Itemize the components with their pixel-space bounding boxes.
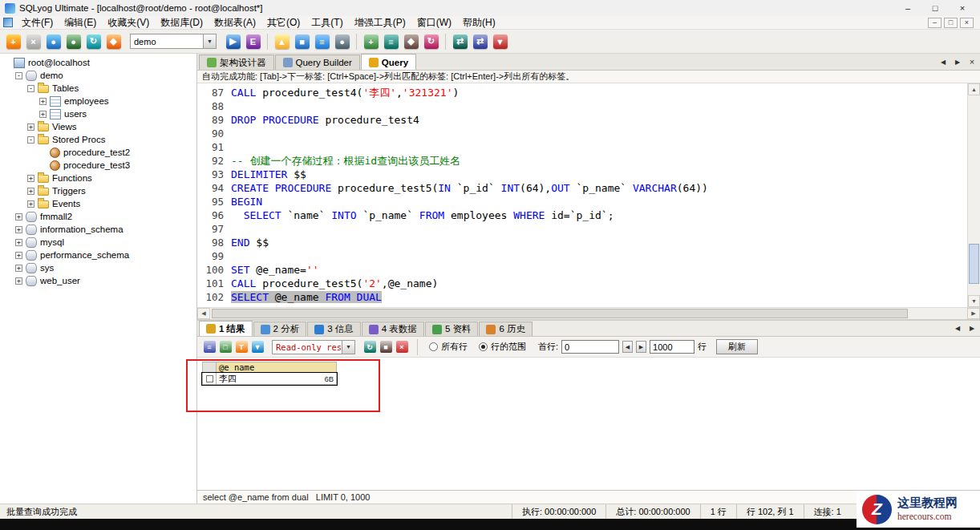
cell-value[interactable]: 李四6B — [217, 373, 337, 385]
form-view-icon[interactable]: □ — [217, 339, 233, 355]
horizontal-scroll-thumb[interactable] — [212, 309, 908, 318]
expand-icon[interactable]: + — [27, 175, 34, 182]
expand-icon[interactable]: + — [15, 213, 22, 220]
tab-query-builder[interactable]: Query Builder — [275, 55, 360, 70]
tree-node-tables[interactable]: -Tables — [0, 82, 196, 95]
tab-result[interactable]: 1 结果 — [199, 321, 253, 336]
chevron-down-icon[interactable]: ▼ — [203, 34, 216, 48]
tab-info[interactable]: 3 信息 — [307, 322, 361, 336]
refresh-result-icon[interactable]: ↻ — [362, 339, 378, 355]
table-row-0[interactable]: 李四6B — [202, 373, 337, 385]
web-home-icon[interactable]: ● — [43, 31, 63, 51]
tree-node-stored-procs[interactable]: -Stored Procs — [0, 133, 196, 146]
delete-row-icon[interactable]: × — [394, 339, 410, 355]
child-minimize-button[interactable]: – — [928, 18, 942, 28]
horizontal-scroll-track[interactable] — [210, 308, 967, 319]
scroll-left-icon[interactable]: ◀ — [197, 308, 210, 319]
row-count-input[interactable] — [650, 340, 695, 354]
expand-icon[interactable]: + — [15, 226, 22, 233]
tab-history[interactable]: 6 历史 — [479, 322, 533, 336]
row-checkbox[interactable] — [206, 375, 213, 382]
tab-query[interactable]: Query — [361, 54, 416, 70]
editor-horizontal-scrollbar[interactable]: ◀ ▶ — [197, 307, 980, 319]
connect-icon[interactable]: + — [3, 31, 23, 51]
expand-icon[interactable]: + — [15, 265, 22, 272]
expand-icon[interactable]: + — [39, 98, 47, 105]
expand-icon[interactable]: + — [27, 123, 34, 131]
select-all-header-cell[interactable] — [202, 362, 217, 373]
close-tab-icon[interactable]: × — [966, 56, 978, 67]
save-all-icon[interactable]: ≡ — [312, 31, 332, 51]
open-file-icon[interactable]: ▲ — [272, 31, 292, 51]
collapse-icon[interactable]: - — [15, 72, 22, 79]
tree-node-web-user[interactable]: +web_user — [0, 274, 196, 287]
tab-objects[interactable]: 5 资料 — [425, 322, 479, 336]
tree-node-users[interactable]: +users — [0, 107, 196, 120]
child-restore-button[interactable]: □ — [944, 18, 958, 28]
sql-editor[interactable]: 87CALL procedure_test4('李四','321321')888… — [197, 83, 980, 319]
chevron-down-icon[interactable]: ▼ — [342, 341, 354, 354]
find-icon[interactable]: ● — [332, 31, 352, 51]
explain-query-icon[interactable]: E — [243, 31, 263, 51]
menu-item-7[interactable]: 增强工具(P) — [349, 15, 411, 30]
tree-node-root-localhost[interactable]: root@localhost — [0, 56, 196, 69]
expand-icon[interactable]: + — [27, 200, 34, 208]
tree-node-functions[interactable]: +Functions — [0, 172, 196, 184]
menu-item-1[interactable]: 编辑(E) — [59, 15, 102, 30]
scroll-down-icon[interactable]: ▼ — [968, 295, 980, 307]
result-tab-scroll-right-icon[interactable]: ▶ — [966, 322, 978, 334]
menu-item-6[interactable]: 工具(T) — [306, 15, 348, 30]
menu-item-5[interactable]: 其它(O) — [261, 15, 306, 30]
close-button[interactable]: × — [953, 2, 972, 14]
menu-item-8[interactable]: 窗口(W) — [411, 15, 457, 30]
maximize-button[interactable]: □ — [925, 2, 945, 14]
editor-vertical-scrollbar[interactable]: ▲ ▼ — [967, 83, 980, 307]
tree-node-fmmall2[interactable]: +fmmall2 — [0, 210, 196, 223]
tree-node-views[interactable]: +Views — [0, 120, 196, 133]
minimize-button[interactable]: – — [898, 2, 917, 14]
execute-query-icon[interactable]: ▶ — [223, 31, 243, 51]
scroll-right-icon[interactable]: ▶ — [967, 308, 980, 319]
save-file-icon[interactable]: ■ — [292, 31, 312, 51]
expand-icon[interactable]: + — [15, 277, 22, 285]
menu-item-3[interactable]: 数据库(D) — [155, 15, 209, 30]
schema-sync-icon[interactable]: ⇄ — [450, 31, 470, 51]
tree-node-demo[interactable]: -demo — [0, 69, 196, 82]
tree-node-events[interactable]: +Events — [0, 197, 196, 210]
tab-analyze[interactable]: 2 分析 — [253, 322, 307, 336]
menu-item-9[interactable]: 帮助(H) — [457, 15, 501, 30]
collapse-icon[interactable]: - — [27, 85, 34, 92]
tab-table-data[interactable]: 4 表数据 — [362, 322, 424, 336]
expand-icon[interactable]: + — [15, 239, 22, 246]
menu-item-0[interactable]: 文件(F) — [16, 15, 59, 30]
tree-node-mysql[interactable]: +mysql — [0, 236, 196, 249]
notifications-icon[interactable]: ▼ — [490, 31, 510, 51]
tree-node-triggers[interactable]: +Triggers — [0, 184, 196, 197]
tab-scroll-left-icon[interactable]: ◀ — [937, 56, 949, 67]
export-result-icon[interactable]: ▼ — [249, 339, 265, 355]
collapse-icon[interactable]: - — [27, 136, 34, 144]
new-query-tab-icon[interactable]: + — [361, 31, 381, 51]
menu-item-4[interactable]: 数据表(A) — [209, 15, 261, 30]
user-manager-icon[interactable]: ◆ — [103, 31, 124, 51]
web-faq-icon[interactable]: ● — [63, 31, 83, 51]
next-page-button[interactable]: ▶ — [636, 341, 646, 353]
grid-view-icon[interactable]: ≡ — [201, 339, 217, 355]
data-sync-icon[interactable]: ⇄ — [470, 31, 490, 51]
tree-node-procedure-test3[interactable]: procedure_test3 — [0, 159, 196, 172]
prev-page-button[interactable]: ◀ — [622, 341, 633, 353]
result-mode-dropdown[interactable]: Read-only res ▼ — [272, 340, 355, 354]
table-diagnostics-icon[interactable]: ◆ — [401, 31, 421, 51]
tree-node-employees[interactable]: +employees — [0, 95, 196, 107]
all-rows-radio[interactable]: 所有行 — [429, 341, 468, 353]
tree-node-procedure-test2[interactable]: procedure_test2 — [0, 146, 196, 159]
tree-node-information-schema[interactable]: +information_schema — [0, 223, 196, 236]
expand-icon[interactable]: + — [39, 111, 47, 118]
export-csv-icon[interactable]: ■ — [378, 339, 394, 355]
tab-schema-designer[interactable]: 架构设计器 — [199, 55, 274, 70]
tree-node-sys[interactable]: +sys — [0, 261, 196, 274]
flush-icon[interactable]: ↻ — [421, 31, 441, 51]
row-range-radio[interactable]: 行的范围 — [479, 341, 526, 353]
scroll-up-icon[interactable]: ▲ — [968, 83, 980, 95]
expand-icon[interactable]: + — [15, 252, 22, 259]
